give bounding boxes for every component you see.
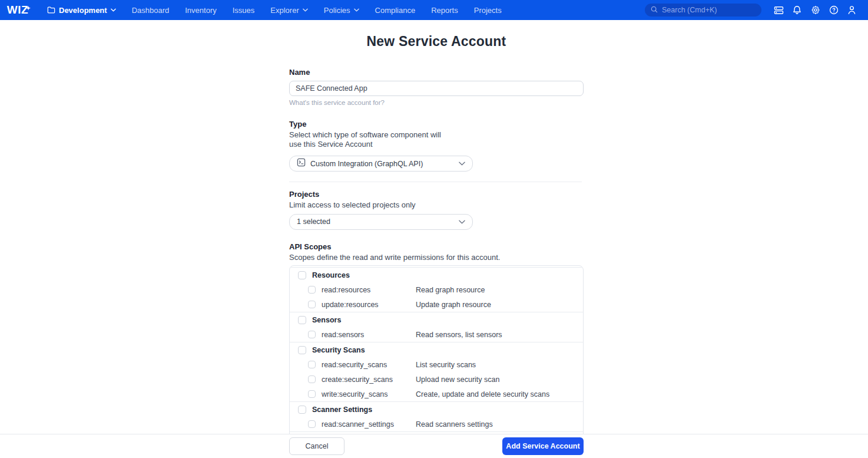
chevron-down-icon: [459, 220, 465, 224]
scope-group-header: Sensors: [290, 312, 583, 327]
scope-description: Read scanners settings: [416, 420, 493, 429]
search-input[interactable]: [662, 6, 756, 14]
scope-row: update:resources Update graph resource: [290, 297, 583, 312]
projects-section: Projects Limit access to selected projec…: [289, 190, 584, 230]
chevron-down-icon: [354, 8, 359, 12]
projects-description: Limit access to selected projects only: [289, 200, 584, 210]
new-service-account-form: New Service Account Name What's this ser…: [289, 20, 584, 458]
scope-row: read:scanner_settings Read scanners sett…: [290, 417, 583, 431]
global-search[interactable]: [645, 4, 761, 17]
project-switcher[interactable]: Development: [47, 6, 116, 15]
scope-row: create:security_scans Upload new securit…: [290, 372, 583, 387]
group-checkbox[interactable]: [298, 406, 306, 414]
scope-group-header: Resources: [290, 268, 583, 282]
type-label: Type: [289, 120, 584, 128]
projects-label: Projects: [289, 190, 584, 199]
scope-group-header: Scanner Settings: [290, 402, 583, 417]
cards-icon[interactable]: [770, 0, 788, 20]
projects-dropdown[interactable]: 1 selected: [289, 214, 473, 230]
scope-row: write:security_scans Create, update and …: [290, 387, 583, 401]
scope-group-name: Resources: [312, 271, 350, 279]
nav-item-inventory[interactable]: Inventory: [185, 6, 216, 15]
wiz-logo[interactable]: WIZ ✦: [0, 4, 40, 17]
project-switcher-label: Development: [59, 6, 107, 15]
scope-checkbox[interactable]: [308, 331, 316, 338]
scope-checkbox[interactable]: [308, 420, 316, 428]
chevron-down-icon: [111, 8, 116, 12]
add-service-account-button[interactable]: Add Service Account: [502, 437, 584, 455]
scope-id: create:security_scans: [322, 375, 393, 384]
name-helper-text: What's this service account for?: [289, 99, 584, 106]
scope-group: Security Scans read:security_scans List …: [290, 342, 583, 401]
projects-dropdown-value: 1 selected: [297, 218, 454, 226]
main-area: New Service Account Name What's this ser…: [0, 20, 868, 458]
type-section: Type Select which type of software compo…: [289, 120, 584, 172]
scope-id: read:resources: [322, 286, 370, 294]
scope-description: Create, update and delete security scans: [416, 390, 549, 398]
scope-row: read:security_scans List security scans: [290, 357, 583, 372]
scope-group-name: Security Scans: [312, 346, 365, 354]
nav-item-projects[interactable]: Projects: [474, 6, 502, 15]
nav-items: Development Dashboard Inventory Issues: [47, 6, 502, 15]
nav-item-explorer[interactable]: Explorer: [270, 6, 307, 15]
nav-item-issues[interactable]: Issues: [233, 6, 255, 15]
scope-id: write:security_scans: [322, 390, 388, 398]
scope-row: read:resources Read graph resource: [290, 282, 583, 297]
search-icon: [651, 5, 658, 15]
scope-description: Update graph resource: [416, 301, 491, 309]
user-icon[interactable]: [843, 0, 861, 20]
scope-id: read:security_scans: [322, 361, 387, 369]
name-input[interactable]: [289, 81, 584, 96]
scope-id: read:sensors: [322, 331, 364, 339]
scopes-list: Resources read:resources Read graph reso…: [289, 265, 584, 458]
scope-group-name: Scanner Settings: [312, 406, 372, 414]
scope-checkbox[interactable]: [308, 286, 316, 294]
scope-description: Read graph resource: [416, 286, 485, 294]
scope-row: read:sensors Read sensors, list sensors: [290, 327, 583, 342]
scope-checkbox[interactable]: [308, 301, 316, 308]
scope-group: Resources read:resources Read graph reso…: [290, 267, 583, 312]
api-scopes-section: API Scopes Scopes define the read and wr…: [289, 242, 584, 458]
type-description: Select which type of software component …: [289, 130, 454, 149]
logo-spark-icon: ✦: [28, 4, 33, 17]
scope-checkbox[interactable]: [308, 375, 316, 383]
chevron-down-icon: [303, 8, 308, 12]
scope-description: Read sensors, list sensors: [416, 331, 502, 339]
form-footer: Cancel Add Service Account: [0, 434, 868, 458]
scope-id: read:scanner_settings: [322, 420, 394, 429]
group-checkbox[interactable]: [298, 346, 306, 354]
name-section: Name What's this service account for?: [289, 68, 584, 106]
section-divider: [289, 182, 582, 182]
name-label: Name: [289, 68, 584, 77]
scope-checkbox[interactable]: [308, 390, 316, 398]
folder-icon: [47, 6, 55, 14]
api-scopes-label: API Scopes: [289, 242, 584, 251]
top-navbar: WIZ ✦ Development Dashboard Inventory: [0, 0, 868, 20]
scope-group-name: Sensors: [312, 316, 341, 324]
bell-icon[interactable]: [788, 0, 806, 20]
type-dropdown[interactable]: Custom Integration (GraphQL API): [289, 156, 473, 172]
scope-id: update:resources: [322, 301, 379, 309]
group-checkbox[interactable]: [298, 271, 306, 279]
gear-icon[interactable]: [806, 0, 824, 20]
terminal-icon: [297, 158, 306, 169]
wiz-logo-text: WIZ: [7, 4, 28, 17]
scope-group: Scanner Settings read:scanner_settings R…: [290, 401, 583, 431]
chevron-down-icon: [459, 162, 465, 166]
nav-right: [645, 0, 861, 20]
nav-item-dashboard[interactable]: Dashboard: [132, 6, 170, 15]
scope-group-header: Security Scans: [290, 342, 583, 357]
nav-item-policies[interactable]: Policies: [324, 6, 359, 15]
scope-description: Upload new security scan: [416, 375, 499, 384]
scope-description: List security scans: [416, 361, 476, 369]
help-icon[interactable]: [824, 0, 843, 20]
scope-group: Sensors read:sensors Read sensors, list …: [290, 312, 583, 342]
scope-checkbox[interactable]: [308, 361, 316, 368]
group-checkbox[interactable]: [298, 316, 306, 324]
nav-item-reports[interactable]: Reports: [431, 6, 458, 15]
page-title: New Service Account: [289, 34, 584, 50]
cancel-button[interactable]: Cancel: [289, 437, 344, 455]
nav-item-compliance[interactable]: Compliance: [375, 6, 416, 15]
type-dropdown-value: Custom Integration (GraphQL API): [310, 160, 454, 168]
api-scopes-description: Scopes define the read and write permiss…: [289, 253, 584, 262]
